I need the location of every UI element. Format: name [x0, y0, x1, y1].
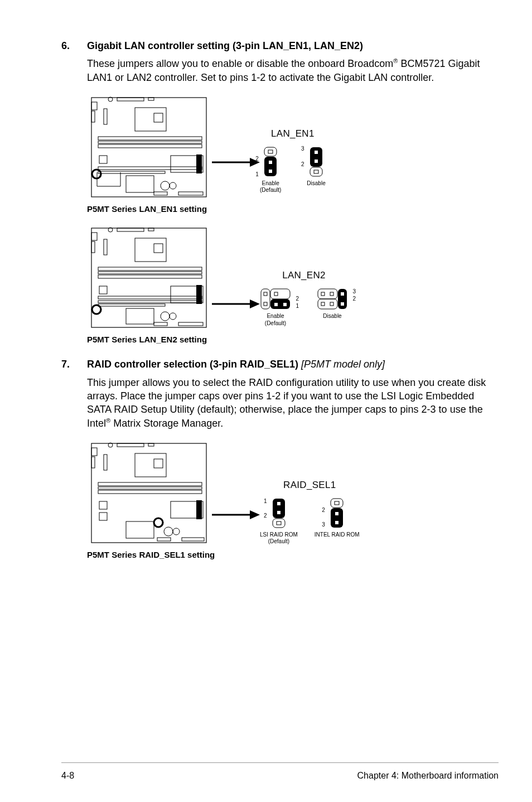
svg-rect-3	[98, 137, 202, 140]
svg-rect-110	[335, 512, 338, 515]
jumper-raid-lsi-label-2: (Default)	[268, 538, 289, 544]
svg-point-48	[161, 312, 170, 321]
jumper-raid-intel: 2 3 INTEL RAID ROM	[315, 497, 360, 545]
svg-rect-0	[91, 98, 206, 197]
section-7-body-b: Matrix Storage Manager.	[110, 418, 223, 429]
svg-rect-44	[98, 304, 165, 306]
svg-rect-97	[91, 457, 95, 468]
svg-point-13	[170, 182, 176, 189]
svg-rect-72	[318, 299, 337, 309]
svg-rect-43	[98, 301, 202, 303]
jumper-lan-en2-row: x 2 1 Enable (Default)	[260, 288, 348, 327]
svg-rect-75	[338, 289, 347, 309]
svg-rect-15	[154, 192, 167, 195]
svg-rect-42	[98, 296, 202, 299]
jumper-raid-lsi-pin-bot: 2	[264, 513, 267, 519]
diagram-lan-en2-row: LAN_EN2	[87, 225, 499, 331]
jumper-svg	[272, 497, 286, 529]
svg-rect-71	[330, 292, 333, 296]
jumper-svg	[317, 288, 348, 310]
svg-rect-45	[126, 308, 154, 324]
jumper-lan-en2-enable-pin-top: 2	[296, 296, 299, 302]
svg-rect-74	[330, 302, 333, 306]
jumper-raid-sel1-header: RAID_SEL1	[260, 479, 360, 497]
jumper-lan-en1-disable: 3 2 Disable	[307, 146, 325, 194]
svg-rect-79	[135, 453, 166, 477]
svg-rect-25	[264, 147, 277, 156]
svg-point-99	[154, 518, 163, 527]
svg-rect-62	[264, 292, 267, 296]
svg-rect-17	[148, 98, 154, 100]
svg-rect-26	[268, 150, 273, 153]
section-7-title-a: RAID controller selection (3-pin RAID_SE…	[87, 359, 301, 370]
jumper-lan-en2-enable-pins: x 2 1	[296, 289, 299, 309]
svg-rect-78	[91, 443, 206, 543]
svg-rect-20	[91, 102, 97, 110]
svg-rect-29	[269, 170, 272, 173]
svg-marker-60	[250, 299, 260, 308]
svg-rect-56	[91, 241, 95, 253]
svg-rect-47	[196, 285, 202, 304]
section-6-title: Gigabit LAN controller setting (3-pin LA…	[87, 39, 363, 52]
diagram-lan-en1: LAN_EN1 2	[87, 94, 499, 215]
svg-rect-81	[98, 482, 202, 486]
diagram-lan-en2: LAN_EN2	[87, 225, 499, 345]
svg-rect-73	[321, 302, 325, 306]
jumper-lan-en1-disable-pin-bot: 2	[301, 162, 304, 167]
jumper-lan-en2-disable: 3 2 x Disable	[317, 288, 348, 327]
svg-rect-4	[98, 141, 202, 143]
svg-rect-96	[91, 448, 97, 456]
svg-rect-28	[269, 161, 272, 164]
svg-point-12	[161, 181, 170, 190]
jumper-lan-en2-enable-pin-bot: 1	[296, 303, 299, 309]
jumper-raid-lsi: 1 2 LSI RAID ROM (Default)	[260, 497, 298, 545]
svg-rect-53	[148, 228, 154, 231]
diagram-raid-sel1-caption: P5MT Series RAID_SEL1 setting	[87, 549, 499, 561]
jumper-lan-en2-enable-label: Enable (Default)	[265, 313, 286, 327]
svg-rect-68	[283, 303, 287, 306]
section-7-head: 7. RAID controller selection (3-pin RAID…	[61, 357, 499, 371]
motherboard-illustration-3	[87, 440, 211, 546]
jumper-raid-lsi-label-1: LSI RAID ROM	[260, 532, 298, 538]
svg-rect-51	[154, 322, 167, 326]
jumper-lan-en2-disable-label: Disable	[323, 313, 341, 320]
jumper-lan-en1-enable: 2 1 Enable (Default)	[260, 146, 281, 194]
motherboard-illustration-2	[87, 225, 211, 331]
svg-rect-55	[91, 233, 97, 240]
svg-rect-34	[314, 170, 318, 173]
jumper-raid-lsi-label: LSI RAID ROM (Default)	[260, 532, 298, 545]
svg-rect-38	[98, 267, 202, 270]
svg-rect-67	[274, 303, 278, 306]
jumper-lan-en2-enable: x 2 1 Enable (Default)	[260, 288, 291, 327]
section-6-body: These jumpers allow you to enable or dis…	[87, 57, 499, 84]
svg-rect-32	[315, 160, 318, 163]
jumper-lan-en2-disable-pin-bot: 2	[352, 296, 356, 302]
diagram-lan-en1-caption: P5MT Series LAN_EN1 setting	[87, 204, 499, 215]
svg-rect-82	[98, 487, 202, 489]
svg-rect-2	[154, 113, 163, 122]
svg-rect-33	[310, 167, 322, 176]
svg-rect-35	[91, 228, 206, 327]
section-7-title-i: [P5MT model only]	[301, 359, 385, 370]
svg-rect-6	[99, 156, 107, 163]
svg-point-90	[173, 528, 180, 535]
diagram-lan-en2-caption: P5MT Series LAN_EN2 setting	[87, 334, 499, 345]
jumper-lan-en1-disable-label: Disable	[307, 180, 325, 187]
svg-rect-37	[154, 244, 163, 253]
svg-point-49	[170, 313, 176, 320]
jumper-svg	[330, 497, 344, 529]
jumper-lan-en1-disable-pin-top: 3	[301, 146, 304, 152]
svg-point-58	[92, 305, 101, 314]
jumper-svg	[309, 146, 323, 177]
jumper-lan-en1-enable-label-2: (Default)	[260, 187, 281, 193]
svg-rect-105	[273, 519, 285, 528]
svg-point-89	[164, 527, 173, 536]
jumper-svg	[263, 146, 278, 177]
jumper-raid-intel-pin-bot: 3	[322, 522, 325, 528]
svg-rect-102	[273, 499, 285, 518]
svg-rect-88	[196, 500, 202, 519]
arrow-2	[211, 225, 260, 311]
svg-rect-22	[104, 109, 107, 124]
svg-rect-91	[182, 538, 204, 541]
svg-rect-7	[98, 167, 202, 170]
